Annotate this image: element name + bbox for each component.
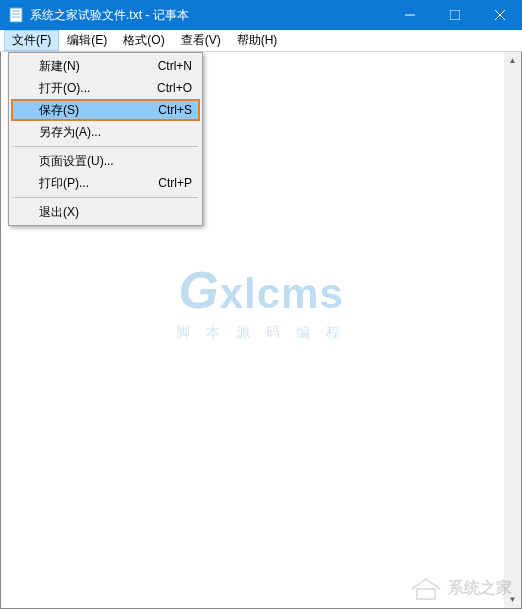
window-controls [387, 0, 522, 30]
minimize-button[interactable] [387, 0, 432, 30]
svg-rect-5 [450, 10, 460, 20]
menu-item-pagesetup[interactable]: 页面设置(U)... [11, 150, 200, 172]
window-title: 系统之家试验文件.txt - 记事本 [30, 7, 387, 24]
menu-file[interactable]: 文件(F) [4, 30, 59, 51]
close-button[interactable] [477, 0, 522, 30]
menu-item-new[interactable]: 新建(N) Ctrl+N [11, 55, 200, 77]
menu-view[interactable]: 查看(V) [173, 30, 229, 51]
menu-item-label: 打印(P)... [39, 175, 158, 192]
file-menu-dropdown: 新建(N) Ctrl+N 打开(O)... Ctrl+O 保存(S) Ctrl+… [8, 52, 203, 226]
menu-item-saveas[interactable]: 另存为(A)... [11, 121, 200, 143]
menu-item-print[interactable]: 打印(P)... Ctrl+P [11, 172, 200, 194]
vertical-scrollbar[interactable]: ▲ ▼ [504, 52, 521, 608]
menu-separator [13, 146, 198, 147]
menu-separator [13, 197, 198, 198]
menu-item-shortcut: Ctrl+O [157, 81, 192, 95]
menu-item-exit[interactable]: 退出(X) [11, 201, 200, 223]
menu-format[interactable]: 格式(O) [115, 30, 172, 51]
menu-item-shortcut: Ctrl+P [158, 176, 192, 190]
menu-item-label: 新建(N) [39, 58, 158, 75]
menu-help[interactable]: 帮助(H) [229, 30, 286, 51]
notepad-icon [8, 7, 24, 23]
menu-item-label: 页面设置(U)... [39, 153, 192, 170]
menu-item-save[interactable]: 保存(S) Ctrl+S [11, 99, 200, 121]
menu-item-label: 退出(X) [39, 204, 192, 221]
maximize-button[interactable] [432, 0, 477, 30]
menu-edit[interactable]: 编辑(E) [59, 30, 115, 51]
menu-item-label: 另存为(A)... [39, 124, 192, 141]
scroll-down-arrow-icon[interactable]: ▼ [504, 591, 521, 608]
menu-item-shortcut: Ctrl+S [158, 103, 192, 117]
scroll-up-arrow-icon[interactable]: ▲ [504, 52, 521, 69]
menu-item-label: 打开(O)... [39, 80, 157, 97]
menu-item-shortcut: Ctrl+N [158, 59, 192, 73]
menu-item-open[interactable]: 打开(O)... Ctrl+O [11, 77, 200, 99]
menu-item-label: 保存(S) [39, 102, 158, 119]
menubar: 文件(F) 编辑(E) 格式(O) 查看(V) 帮助(H) [0, 30, 522, 52]
svg-rect-0 [10, 8, 22, 22]
titlebar: 系统之家试验文件.txt - 记事本 [0, 0, 522, 30]
